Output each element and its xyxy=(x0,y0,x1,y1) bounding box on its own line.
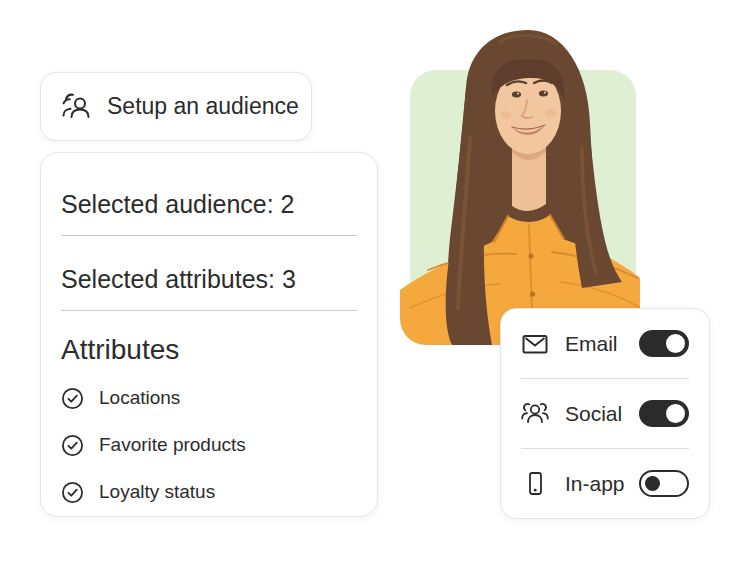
channel-row-social: Social xyxy=(521,379,689,448)
attributes-heading: Attributes xyxy=(61,333,357,367)
divider xyxy=(61,235,357,236)
attribute-label: Loyalty status xyxy=(99,481,215,503)
portrait-photo xyxy=(400,18,640,348)
attribute-label: Locations xyxy=(99,387,180,409)
attribute-row-loyalty-status[interactable]: Loyalty status xyxy=(61,477,357,507)
audience-icon xyxy=(59,90,93,124)
toggle-knob xyxy=(645,476,660,491)
check-circle-icon xyxy=(61,434,84,457)
toggle-knob xyxy=(666,334,685,353)
selected-audience-count: Selected audience: 2 xyxy=(61,189,357,219)
channels-card: Email Social In-app xyxy=(500,308,710,519)
attribute-row-favorite-products[interactable]: Favorite products xyxy=(61,430,357,460)
check-circle-icon xyxy=(61,387,84,410)
audience-summary-card: Selected audience: 2 Selected attributes… xyxy=(40,152,378,517)
in-app-icon xyxy=(521,470,549,498)
channel-label: In-app xyxy=(565,472,625,496)
attribute-row-locations[interactable]: Locations xyxy=(61,383,357,413)
in-app-toggle[interactable] xyxy=(639,470,689,497)
channel-label: Email xyxy=(565,332,618,356)
toggle-knob xyxy=(666,404,685,423)
setup-audience-label: Setup an audience xyxy=(107,93,299,120)
attributes-list: Locations Favorite products Loyalty stat… xyxy=(61,383,357,507)
channel-row-in-app: In-app xyxy=(521,449,689,518)
setup-audience-button[interactable]: Setup an audience xyxy=(40,72,312,141)
check-circle-icon xyxy=(61,481,84,504)
email-toggle[interactable] xyxy=(639,330,689,357)
social-toggle[interactable] xyxy=(639,400,689,427)
email-icon xyxy=(521,330,549,358)
attribute-label: Favorite products xyxy=(99,434,246,456)
divider xyxy=(61,310,357,311)
channel-row-email: Email xyxy=(521,309,689,378)
channel-label: Social xyxy=(565,402,622,426)
social-icon xyxy=(521,400,549,428)
selected-attributes-count: Selected attributes: 3 xyxy=(61,264,357,294)
